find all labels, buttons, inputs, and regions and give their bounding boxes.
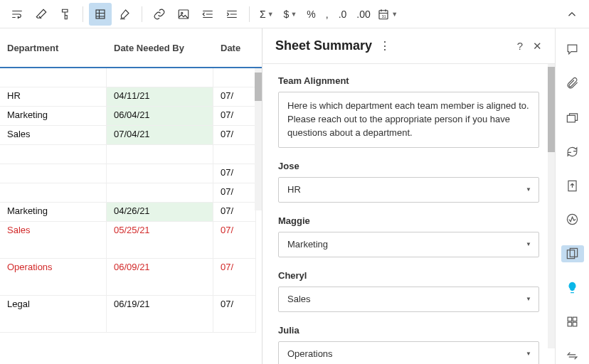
cell[interactable]: Sales — [0, 126, 107, 145]
cell[interactable] — [107, 183, 213, 203]
table-row[interactable]: Legal06/19/2107/ — [0, 296, 262, 333]
cell[interactable]: 07/ — [213, 107, 256, 126]
table-row[interactable]: Sales07/04/2107/ — [0, 126, 262, 145]
cell[interactable] — [213, 68, 256, 87]
cell[interactable]: 05/25/21 — [107, 222, 213, 259]
proofs-icon[interactable] — [561, 109, 584, 127]
wrap-text-icon[interactable] — [6, 3, 28, 26]
cell[interactable] — [107, 68, 213, 87]
svg-rect-11 — [573, 317, 577, 321]
cell[interactable] — [107, 145, 213, 164]
collapse-icon[interactable] — [561, 3, 583, 26]
help-icon[interactable]: ? — [517, 40, 523, 53]
cell[interactable]: 07/ — [213, 126, 256, 145]
table-row[interactable]: Operations06/09/2107/ — [0, 259, 262, 296]
format-painter-icon[interactable] — [54, 3, 77, 26]
cell[interactable] — [0, 145, 107, 164]
field-dropdown[interactable]: Marketing▼ — [278, 232, 539, 257]
column-header-department[interactable]: Department — [0, 43, 107, 53]
link-icon[interactable] — [148, 3, 171, 26]
field-dropdown[interactable]: Sales▼ — [278, 287, 539, 312]
field-label: Maggie — [278, 215, 539, 226]
sheet-scrollbar[interactable] — [255, 68, 262, 210]
table-row[interactable]: 07/ — [0, 183, 262, 203]
currency-button[interactable]: $▼ — [280, 3, 302, 26]
cell[interactable]: 07/ — [213, 222, 256, 259]
table-row[interactable] — [0, 145, 262, 164]
cell[interactable]: 04/26/21 — [107, 203, 213, 222]
table-row[interactable] — [0, 68, 262, 87]
cell[interactable] — [0, 183, 107, 203]
summary-menu-icon[interactable]: ⋮ — [379, 39, 391, 53]
table-row[interactable]: 07/ — [0, 164, 262, 183]
lightbulb-icon[interactable] — [561, 279, 584, 296]
cell[interactable]: Sales — [0, 222, 107, 259]
sum-button[interactable]: Σ▼ — [255, 3, 278, 26]
svg-rect-10 — [568, 317, 572, 321]
column-header-date[interactable]: Date — [213, 43, 256, 53]
table-row[interactable]: Sales05/25/2107/ — [0, 222, 262, 259]
grid-view-icon[interactable] — [89, 3, 112, 26]
dropdown-value: Marketing — [287, 239, 328, 250]
cell[interactable]: 04/11/21 — [107, 87, 213, 107]
cell[interactable]: 07/ — [213, 203, 256, 222]
cell[interactable]: HR — [0, 87, 107, 107]
chevron-down-icon: ▼ — [290, 11, 297, 18]
date-format-icon[interactable]: 31▼ — [376, 3, 399, 26]
sheet-summary-icon[interactable] — [561, 245, 584, 262]
apps-icon[interactable] — [561, 313, 584, 330]
cell[interactable]: 07/ — [213, 183, 256, 203]
field-label: Julia — [278, 325, 539, 336]
thousands-button[interactable]: , — [322, 3, 333, 26]
table-row[interactable]: HR04/11/2107/ — [0, 87, 262, 107]
collapse-rail-icon[interactable] — [561, 347, 584, 364]
cell[interactable]: 06/19/21 — [107, 296, 213, 333]
cell[interactable]: Operations — [0, 259, 107, 296]
cell[interactable]: 07/ — [213, 259, 256, 296]
cell[interactable]: 07/ — [213, 87, 256, 107]
cell[interactable]: Legal — [0, 296, 107, 333]
dropdown-value: Operations — [287, 348, 333, 359]
summary-title: Sheet Summary — [275, 38, 372, 53]
scrollbar-thumb[interactable] — [548, 67, 555, 152]
cell[interactable] — [107, 164, 213, 183]
cell[interactable]: 07/ — [213, 164, 256, 183]
table-row[interactable]: Marketing06/04/2107/ — [0, 107, 262, 126]
field-dropdown[interactable]: HR▼ — [278, 177, 539, 203]
cell[interactable]: Marketing — [0, 203, 107, 222]
dropdown-value: HR — [287, 184, 301, 195]
summary-body: Team AlignmentHere is which department e… — [262, 64, 555, 364]
increase-decimal-button[interactable]: .00 — [352, 3, 374, 26]
scrollbar-thumb[interactable] — [255, 73, 262, 101]
field-textbox[interactable]: Here is which department each team membe… — [278, 92, 539, 148]
separator — [83, 6, 83, 22]
summary-scrollbar[interactable] — [548, 64, 555, 348]
indent-decrease-icon[interactable] — [196, 3, 219, 26]
comments-icon[interactable] — [561, 41, 584, 58]
refresh-icon[interactable] — [561, 143, 584, 160]
cell[interactable]: 06/09/21 — [107, 259, 213, 296]
cell[interactable]: 07/04/21 — [107, 126, 213, 145]
publish-icon[interactable] — [561, 177, 584, 194]
column-header-date-needed[interactable]: Date Needed By — [107, 43, 213, 53]
cell[interactable]: 07/ — [213, 296, 256, 333]
attachments-icon[interactable] — [561, 75, 584, 92]
indent-increase-icon[interactable] — [221, 3, 243, 26]
decrease-decimal-button[interactable]: .0 — [334, 3, 351, 26]
svg-rect-5 — [567, 115, 575, 122]
sheet-grid: Department Date Needed By Date HR04/11/2… — [0, 28, 262, 364]
cell[interactable] — [0, 68, 107, 87]
activity-icon[interactable] — [561, 211, 584, 228]
table-row[interactable]: Marketing04/26/2107/ — [0, 203, 262, 222]
highlight-icon[interactable] — [113, 3, 136, 26]
image-icon[interactable] — [172, 3, 195, 26]
cell[interactable]: Marketing — [0, 107, 107, 126]
dropdown-value: Sales — [287, 294, 311, 304]
cell[interactable] — [0, 164, 107, 183]
cell[interactable]: 06/04/21 — [107, 107, 213, 126]
percent-button[interactable]: % — [302, 3, 319, 26]
close-icon[interactable]: ✕ — [533, 40, 542, 53]
field-dropdown[interactable]: Operations▼ — [278, 341, 539, 364]
eraser-icon[interactable] — [30, 3, 53, 26]
cell[interactable] — [213, 145, 256, 164]
